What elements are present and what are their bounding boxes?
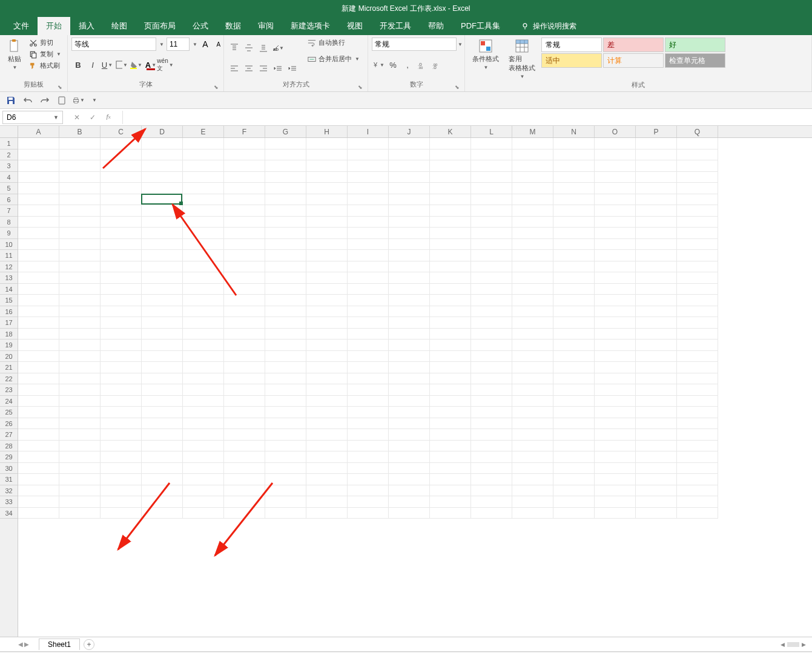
cell[interactable] <box>389 250 430 261</box>
cell[interactable] <box>348 340 389 351</box>
cell[interactable] <box>636 485 677 497</box>
cell[interactable] <box>18 451 59 463</box>
alignment-launcher[interactable]: ⬊ <box>358 84 363 90</box>
cell[interactable] <box>224 396 265 407</box>
decrease-decimal-button[interactable]: .00.0 <box>430 58 443 71</box>
cell[interactable] <box>636 250 677 261</box>
cell[interactable] <box>389 172 430 183</box>
tab-developer[interactable]: 开发工具 <box>371 17 420 35</box>
cell[interactable] <box>553 496 595 508</box>
col-header-L[interactable]: L <box>471 126 512 137</box>
cell[interactable] <box>677 205 718 217</box>
cell[interactable] <box>59 329 101 340</box>
cell[interactable] <box>471 261 512 273</box>
cell[interactable] <box>306 149 348 161</box>
cell[interactable] <box>636 451 677 463</box>
row-header-4[interactable]: 4 <box>0 172 18 183</box>
cell[interactable] <box>142 138 183 149</box>
cell[interactable] <box>265 217 306 228</box>
cell[interactable] <box>348 384 389 396</box>
cell[interactable] <box>18 284 59 295</box>
cell[interactable] <box>348 496 389 508</box>
cell[interactable] <box>389 463 430 474</box>
align-bottom-button[interactable] <box>257 41 270 54</box>
font-launcher[interactable]: ⬊ <box>214 84 219 90</box>
font-size-input[interactable] <box>167 38 190 51</box>
name-box[interactable]: D6▼ <box>2 111 63 124</box>
cell[interactable] <box>265 172 306 183</box>
cell[interactable] <box>18 429 59 441</box>
cell[interactable] <box>18 194 59 206</box>
fill-handle[interactable] <box>179 202 183 205</box>
cell[interactable] <box>224 474 265 485</box>
cell[interactable] <box>183 351 224 363</box>
redo-button[interactable] <box>39 94 51 107</box>
cell[interactable] <box>101 496 142 508</box>
cell[interactable] <box>430 250 471 261</box>
row-header-15[interactable]: 15 <box>0 295 18 306</box>
cell[interactable] <box>636 261 677 273</box>
cell[interactable] <box>677 250 718 261</box>
cell[interactable] <box>101 373 142 385</box>
cell[interactable] <box>471 217 512 228</box>
cell[interactable] <box>101 451 142 463</box>
phonetic-button[interactable]: wén文▼ <box>159 58 172 71</box>
cell[interactable] <box>265 496 306 508</box>
selected-cell[interactable] <box>141 194 182 205</box>
cell[interactable] <box>101 418 142 430</box>
cell[interactable] <box>183 284 224 295</box>
cell[interactable] <box>59 384 101 396</box>
cell[interactable] <box>553 306 595 318</box>
cell[interactable] <box>677 463 718 474</box>
row-header-1[interactable]: 1 <box>0 138 18 149</box>
cell[interactable] <box>142 362 183 373</box>
cell[interactable] <box>18 183 59 194</box>
cell[interactable] <box>142 429 183 441</box>
row-header-30[interactable]: 30 <box>0 463 18 474</box>
col-header-D[interactable]: D <box>142 126 183 137</box>
tab-draw[interactable]: 绘图 <box>103 17 136 35</box>
cell[interactable] <box>265 261 306 273</box>
cell[interactable] <box>553 474 595 485</box>
cell[interactable] <box>636 329 677 340</box>
col-header-F[interactable]: F <box>224 126 265 137</box>
cell[interactable] <box>471 384 512 396</box>
cell[interactable] <box>183 138 224 149</box>
cell[interactable] <box>430 451 471 463</box>
col-header-Q[interactable]: Q <box>677 126 718 137</box>
cell[interactable] <box>183 362 224 373</box>
cell[interactable] <box>677 228 718 239</box>
cell[interactable] <box>553 508 595 519</box>
cell[interactable] <box>183 306 224 318</box>
cell[interactable] <box>183 429 224 441</box>
cell[interactable] <box>512 384 553 396</box>
cell[interactable] <box>677 160 718 172</box>
cell[interactable] <box>306 205 348 217</box>
cell[interactable] <box>430 418 471 430</box>
cell[interactable] <box>595 194 636 206</box>
cell[interactable] <box>224 441 265 452</box>
cell[interactable] <box>142 451 183 463</box>
cell[interactable] <box>142 351 183 363</box>
cell[interactable] <box>265 396 306 407</box>
cell[interactable] <box>389 261 430 273</box>
cell[interactable] <box>471 149 512 161</box>
cell[interactable] <box>512 474 553 485</box>
cell[interactable] <box>471 172 512 183</box>
cell[interactable] <box>265 451 306 463</box>
cell[interactable] <box>59 496 101 508</box>
cell[interactable] <box>389 317 430 329</box>
cell[interactable] <box>595 239 636 251</box>
cell[interactable] <box>512 317 553 329</box>
cell[interactable] <box>471 463 512 474</box>
cell[interactable] <box>348 418 389 430</box>
cell[interactable] <box>265 418 306 430</box>
cell[interactable] <box>636 194 677 206</box>
cell[interactable] <box>306 429 348 441</box>
cell[interactable] <box>101 149 142 161</box>
cell[interactable] <box>430 172 471 183</box>
font-color-button[interactable]: A▼ <box>144 58 157 71</box>
cell[interactable] <box>224 351 265 363</box>
cell[interactable] <box>18 418 59 430</box>
cell[interactable] <box>348 250 389 261</box>
